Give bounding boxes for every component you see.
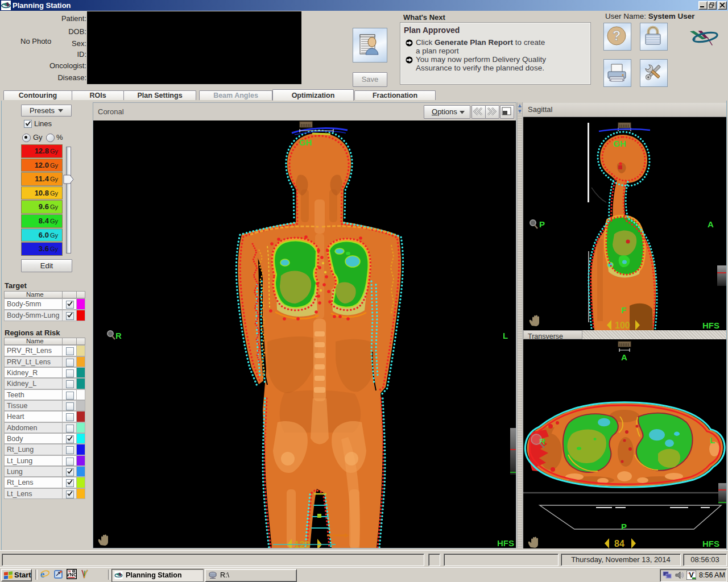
svg-text:HFS: HFS — [702, 539, 719, 548]
svg-text:HFS: HFS — [497, 538, 514, 548]
svg-text:L: L — [710, 435, 715, 445]
svg-text:R: R — [115, 331, 122, 340]
svg-text:GH: GH — [613, 139, 626, 148]
svg-text:HFS: HFS — [702, 321, 719, 330]
svg-text:84: 84 — [614, 539, 624, 548]
svg-text:P: P — [621, 522, 627, 531]
svg-text:100: 100 — [615, 321, 630, 330]
svg-text:129: 129 — [294, 539, 310, 548]
svg-text:L: L — [503, 331, 508, 340]
svg-text:A: A — [708, 219, 714, 229]
svg-text:F: F — [621, 305, 626, 315]
svg-text:?: ? — [613, 28, 621, 43]
svg-text:P: P — [539, 219, 545, 229]
svg-text:GH: GH — [299, 138, 312, 147]
svg-text:VNC: VNC — [67, 572, 77, 577]
svg-text:A: A — [621, 352, 627, 362]
